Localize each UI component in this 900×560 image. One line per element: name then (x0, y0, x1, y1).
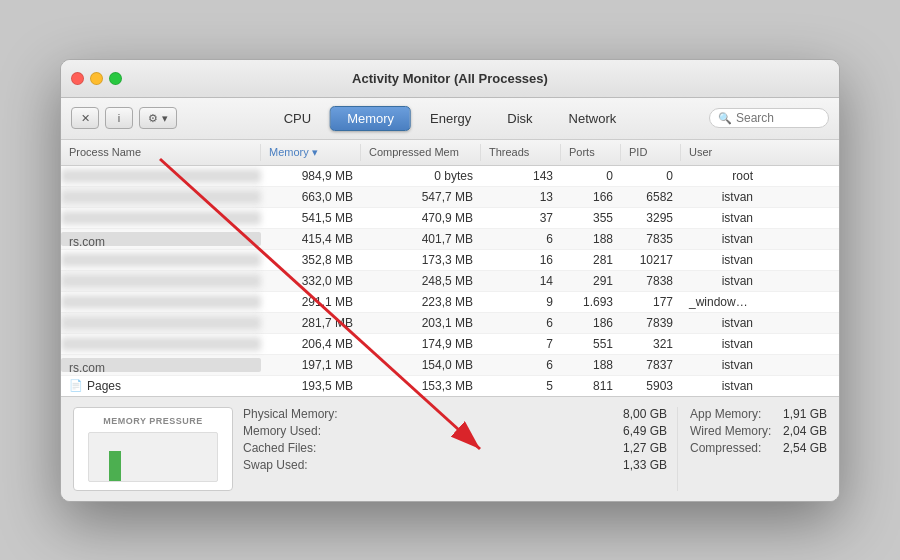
tab-energy[interactable]: Energy (413, 106, 488, 131)
activity-monitor-window: Activity Monitor (All Processes) ✕ i ⚙ ▾… (60, 59, 840, 502)
cell-memory: 984,9 MB (261, 166, 361, 186)
cell-memory: 281,7 MB (261, 313, 361, 333)
cell-user: istvan (681, 313, 761, 333)
table-header: Process Name Memory ▾ Compressed Mem Thr… (61, 140, 839, 166)
cell-threads: 5 (481, 376, 561, 396)
physical-memory-label: Physical Memory: (243, 407, 338, 421)
footer: MEMORY PRESSURE Physical Memory: 8,00 GB… (61, 396, 839, 501)
cell-pid: 0 (621, 166, 681, 186)
table-row[interactable]: 291,1 MB223,8 MB91.693177_windowserver (61, 292, 839, 313)
window-title: Activity Monitor (All Processes) (352, 71, 548, 86)
process-table: Process Name Memory ▾ Compressed Mem Thr… (61, 140, 839, 396)
tab-disk[interactable]: Disk (490, 106, 549, 131)
compressed-value: 2,54 GB (783, 441, 827, 455)
gear-btn[interactable]: ⚙ ▾ (139, 107, 177, 129)
right-memory-stats: App Memory: 1,91 GB Wired Memory: 2,04 G… (677, 407, 827, 491)
table-row[interactable]: 984,9 MB0 bytes14300root (61, 166, 839, 187)
memory-used-row: Memory Used: 6,49 GB (243, 424, 667, 438)
cell-ports: 166 (561, 187, 621, 207)
table-row[interactable]: rs.com197,1 MB154,0 MB61887837istvan (61, 355, 839, 376)
traffic-lights (71, 72, 122, 85)
cell-user: istvan (681, 250, 761, 270)
tab-cpu[interactable]: CPU (267, 106, 328, 131)
search-box[interactable]: 🔍 (709, 108, 829, 128)
cell-user: istvan (681, 229, 761, 249)
cell-memory: 291,1 MB (261, 292, 361, 312)
table-row[interactable]: rs.com415,4 MB401,7 MB61887835istvan (61, 229, 839, 250)
cached-files-label: Cached Files: (243, 441, 316, 455)
cell-compressed: 401,7 MB (361, 229, 481, 249)
wired-memory-label: Wired Memory: (690, 424, 771, 438)
cell-compressed: 248,5 MB (361, 271, 481, 291)
cell-compressed: 173,3 MB (361, 250, 481, 270)
tab-memory[interactable]: Memory (330, 106, 411, 131)
cell-threads: 16 (481, 250, 561, 270)
minimize-button[interactable] (90, 72, 103, 85)
memory-pressure-chart (88, 432, 218, 482)
table-row[interactable]: 352,8 MB173,3 MB1628110217istvan (61, 250, 839, 271)
col-process-name[interactable]: Process Name (61, 144, 261, 161)
cell-compressed: 223,8 MB (361, 292, 481, 312)
cell-memory: 197,1 MB (261, 355, 361, 375)
cached-files-value: 1,27 GB (623, 441, 667, 455)
mp-bar-green (109, 451, 121, 481)
cell-ports: 355 (561, 208, 621, 228)
cell-compressed: 0 bytes (361, 166, 481, 186)
cell-ports: 551 (561, 334, 621, 354)
cell-memory: 352,8 MB (261, 250, 361, 270)
close-btn[interactable]: ✕ (71, 107, 99, 129)
tab-network[interactable]: Network (552, 106, 634, 131)
swap-used-row: Swap Used: 1,33 GB (243, 458, 667, 472)
memory-used-value: 6,49 GB (623, 424, 667, 438)
col-compressed[interactable]: Compressed Mem (361, 144, 481, 161)
physical-memory-value: 8,00 GB (623, 407, 667, 421)
cell-user: istvan (681, 334, 761, 354)
cell-pid: 5903 (621, 376, 681, 396)
table-row[interactable]: 332,0 MB248,5 MB142917838istvan (61, 271, 839, 292)
col-ports[interactable]: Ports (561, 144, 621, 161)
cell-compressed: 203,1 MB (361, 313, 481, 333)
cell-pid: 3295 (621, 208, 681, 228)
table-row[interactable]: 663,0 MB547,7 MB131666582istvan (61, 187, 839, 208)
toolbar: ✕ i ⚙ ▾ CPU Memory Energy Disk Network 🔍 (61, 98, 839, 140)
search-input[interactable] (736, 111, 826, 125)
cell-memory: 193,5 MB (261, 376, 361, 396)
cell-compressed: 153,3 MB (361, 376, 481, 396)
cell-threads: 6 (481, 313, 561, 333)
cell-threads: 143 (481, 166, 561, 186)
cell-user: istvan (681, 355, 761, 375)
col-memory[interactable]: Memory ▾ (261, 144, 361, 161)
cell-ports: 0 (561, 166, 621, 186)
cell-threads: 37 (481, 208, 561, 228)
swap-used-label: Swap Used: (243, 458, 308, 472)
cell-threads: 9 (481, 292, 561, 312)
cell-ports: 811 (561, 376, 621, 396)
info-btn[interactable]: i (105, 107, 133, 129)
cell-ports: 186 (561, 313, 621, 333)
table-row[interactable]: 281,7 MB203,1 MB61867839istvan (61, 313, 839, 334)
cell-memory: 206,4 MB (261, 334, 361, 354)
memory-pressure-box: MEMORY PRESSURE (73, 407, 233, 491)
cell-memory: 541,5 MB (261, 208, 361, 228)
cell-user: root (681, 166, 761, 186)
cell-user: istvan (681, 187, 761, 207)
table-row[interactable]: 📄Pages193,5 MB153,3 MB58115903istvan (61, 376, 839, 396)
table-row[interactable]: 206,4 MB174,9 MB7551321istvan (61, 334, 839, 355)
col-pid[interactable]: PID (621, 144, 681, 161)
titlebar: Activity Monitor (All Processes) (61, 60, 839, 98)
cell-pid: 10217 (621, 250, 681, 270)
cell-memory: 663,0 MB (261, 187, 361, 207)
col-user[interactable]: User (681, 144, 761, 161)
col-threads[interactable]: Threads (481, 144, 561, 161)
cell-ports: 188 (561, 355, 621, 375)
table-row[interactable]: 541,5 MB470,9 MB373553295istvan (61, 208, 839, 229)
process-name-label: Pages (87, 379, 121, 393)
maximize-button[interactable] (109, 72, 122, 85)
memory-used-label: Memory Used: (243, 424, 321, 438)
cell-compressed: 547,7 MB (361, 187, 481, 207)
cell-memory: 415,4 MB (261, 229, 361, 249)
memory-pressure-label: MEMORY PRESSURE (86, 416, 220, 426)
cell-pid: 7838 (621, 271, 681, 291)
cell-user: istvan (681, 208, 761, 228)
close-button[interactable] (71, 72, 84, 85)
